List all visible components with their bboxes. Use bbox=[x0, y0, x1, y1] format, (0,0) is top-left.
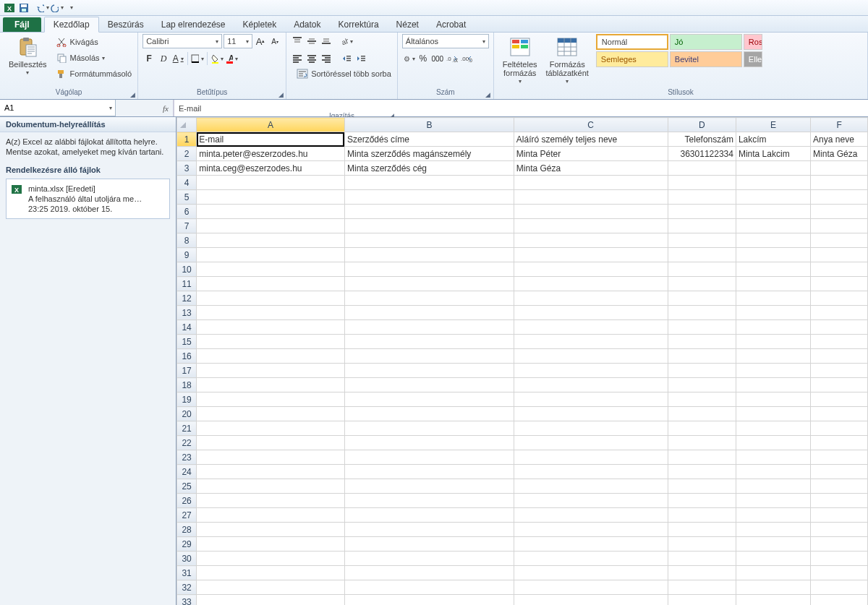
cell[interactable] bbox=[668, 580, 736, 595]
name-box-dropdown[interactable]: ▾ bbox=[106, 105, 115, 111]
cell[interactable] bbox=[811, 407, 868, 421]
cell[interactable] bbox=[668, 248, 736, 262]
cell[interactable] bbox=[811, 364, 868, 378]
tab-view[interactable]: Nézet bbox=[388, 17, 427, 32]
cell[interactable] bbox=[344, 205, 514, 219]
cell[interactable] bbox=[736, 277, 810, 291]
row-header[interactable]: 15 bbox=[177, 335, 197, 349]
cell[interactable]: Minta Géza bbox=[811, 147, 868, 161]
align-left-button[interactable] bbox=[291, 51, 304, 66]
cell[interactable]: Minta Lakcim bbox=[736, 147, 810, 161]
cell[interactable] bbox=[811, 580, 868, 595]
orientation-button[interactable]: ab bbox=[340, 34, 353, 48]
row-header[interactable]: 20 bbox=[177, 407, 197, 421]
cell[interactable] bbox=[197, 465, 345, 479]
format-painter-button[interactable]: Formátummásoló bbox=[54, 66, 134, 82]
cell[interactable] bbox=[736, 161, 810, 176]
font-color-button[interactable]: A bbox=[225, 51, 238, 66]
cell[interactable]: Aláíró személy teljes neve bbox=[514, 132, 668, 147]
cell[interactable] bbox=[514, 291, 668, 306]
tab-file[interactable]: Fájl bbox=[3, 17, 41, 32]
cell[interactable] bbox=[344, 552, 514, 566]
cell[interactable] bbox=[344, 233, 514, 248]
cell[interactable] bbox=[811, 479, 868, 494]
cell[interactable] bbox=[344, 364, 514, 378]
cell[interactable] bbox=[668, 421, 736, 436]
cell[interactable] bbox=[514, 335, 668, 349]
cell[interactable] bbox=[514, 190, 668, 205]
cell[interactable] bbox=[811, 378, 868, 392]
align-right-button[interactable] bbox=[320, 51, 333, 66]
cell[interactable] bbox=[736, 465, 810, 479]
cell[interactable] bbox=[668, 479, 736, 494]
cell[interactable] bbox=[736, 248, 810, 262]
underline-button[interactable]: A bbox=[171, 51, 184, 66]
row-header[interactable]: 6 bbox=[177, 205, 197, 219]
cell[interactable] bbox=[197, 566, 345, 580]
percent-button[interactable]: % bbox=[417, 51, 430, 66]
cell[interactable] bbox=[668, 566, 736, 580]
cell[interactable] bbox=[344, 262, 514, 277]
cell[interactable] bbox=[811, 465, 868, 479]
cell[interactable] bbox=[736, 566, 810, 580]
tab-insert[interactable]: Beszúrás bbox=[99, 17, 153, 32]
cell[interactable] bbox=[344, 421, 514, 436]
cell[interactable] bbox=[736, 508, 810, 523]
undo-button[interactable] bbox=[36, 1, 49, 14]
cell[interactable] bbox=[197, 364, 345, 378]
cell[interactable] bbox=[197, 176, 345, 190]
comma-button[interactable]: 000 bbox=[431, 51, 444, 66]
font-size-combo[interactable]: 11▾ bbox=[224, 34, 252, 48]
cell[interactable] bbox=[736, 595, 810, 606]
row-header[interactable]: 19 bbox=[177, 392, 197, 407]
increase-decimal-button[interactable]: .0.00 bbox=[446, 51, 459, 66]
cell[interactable]: Minta Géza bbox=[514, 161, 668, 176]
cell[interactable] bbox=[736, 335, 810, 349]
row-header[interactable]: 30 bbox=[177, 552, 197, 566]
cell[interactable] bbox=[344, 508, 514, 523]
cell[interactable] bbox=[668, 277, 736, 291]
cell[interactable] bbox=[811, 205, 868, 219]
tab-acrobat[interactable]: Acrobat bbox=[427, 17, 475, 32]
row-header[interactable]: 11 bbox=[177, 277, 197, 291]
cell[interactable] bbox=[344, 465, 514, 479]
cell[interactable] bbox=[514, 306, 668, 320]
cell[interactable] bbox=[668, 450, 736, 465]
row-header[interactable]: 10 bbox=[177, 262, 197, 277]
cell[interactable] bbox=[668, 407, 736, 421]
name-box[interactable]: ▾ bbox=[0, 100, 116, 116]
cell[interactable] bbox=[344, 335, 514, 349]
tab-review[interactable]: Korrektúra bbox=[330, 17, 388, 32]
cell[interactable] bbox=[344, 436, 514, 450]
cell[interactable] bbox=[197, 378, 345, 392]
cell[interactable] bbox=[514, 566, 668, 580]
cell[interactable] bbox=[514, 392, 668, 407]
cell[interactable]: Minta szerződés magánszemély bbox=[344, 147, 514, 161]
border-button[interactable] bbox=[191, 51, 204, 66]
align-bottom-button[interactable] bbox=[320, 34, 333, 48]
cell[interactable] bbox=[811, 421, 868, 436]
cell[interactable] bbox=[811, 537, 868, 552]
cell[interactable] bbox=[668, 205, 736, 219]
number-format-combo[interactable]: Általános▾ bbox=[402, 34, 489, 48]
decrease-indent-button[interactable] bbox=[340, 51, 353, 66]
cell[interactable] bbox=[668, 291, 736, 306]
cell[interactable]: E-mail bbox=[197, 132, 345, 147]
cell[interactable] bbox=[736, 450, 810, 465]
font-expand[interactable]: ◢ bbox=[277, 91, 284, 98]
cell[interactable] bbox=[736, 537, 810, 552]
cell[interactable] bbox=[811, 392, 868, 407]
cell[interactable] bbox=[344, 392, 514, 407]
tab-page-layout[interactable]: Lap elrendezése bbox=[153, 17, 234, 32]
cell[interactable] bbox=[811, 566, 868, 580]
cell[interactable] bbox=[197, 205, 345, 219]
cell-style-normal[interactable]: Normál bbox=[596, 34, 668, 50]
tab-home[interactable]: Kezdőlap bbox=[44, 17, 99, 33]
name-box-input[interactable] bbox=[0, 103, 106, 112]
cell[interactable] bbox=[197, 335, 345, 349]
cell[interactable] bbox=[197, 508, 345, 523]
cell[interactable] bbox=[514, 378, 668, 392]
cell[interactable] bbox=[344, 378, 514, 392]
cell[interactable] bbox=[736, 392, 810, 407]
cell[interactable] bbox=[344, 566, 514, 580]
